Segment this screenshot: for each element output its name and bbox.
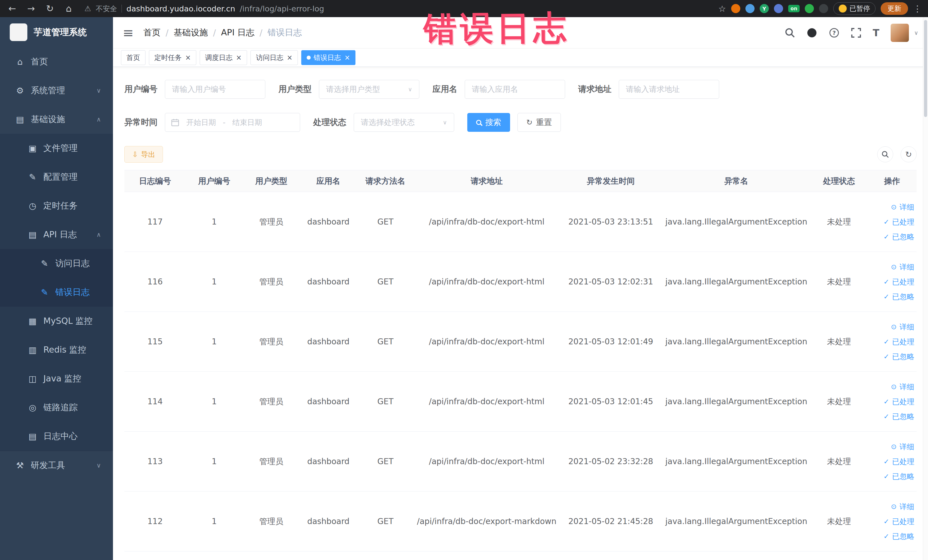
select-placeholder: 请选择处理状态	[361, 117, 415, 128]
home-icon[interactable]: ⌂	[63, 3, 75, 14]
close-icon[interactable]: ×	[236, 53, 242, 62]
sidebar-item-redis-monitor[interactable]: ▥Redis 监控	[0, 336, 113, 364]
github-icon[interactable]	[806, 27, 817, 38]
tags-view-item[interactable]: 访问日志×	[250, 50, 298, 65]
action-ignored-link[interactable]: ✓已忽略	[870, 289, 914, 304]
cell-user_id: 1	[186, 252, 243, 312]
cell-actions: ⊙详细✓已处理✓已忽略	[867, 372, 917, 432]
main: ≡ 首页/基础设施/API 日志/错误日志 ? T ∨ 首页	[113, 17, 928, 560]
action-detail-link[interactable]: ⊙详细	[870, 439, 914, 454]
extension-grid-icon[interactable]	[774, 4, 783, 13]
sidebar-item-home[interactable]: ⌂首页	[0, 47, 113, 76]
column-header: 操作	[867, 170, 917, 192]
action-processed-link[interactable]: ✓已处理	[870, 454, 914, 469]
action-ignored-link[interactable]: ✓已忽略	[870, 349, 914, 364]
action-processed-link[interactable]: ✓已处理	[870, 275, 914, 289]
fullscreen-icon[interactable]	[851, 27, 861, 38]
sidebar-item-label: 定时任务	[43, 200, 78, 212]
logo[interactable]: 芋道管理系统	[0, 17, 113, 47]
extensions-puzzle-icon[interactable]	[819, 4, 828, 13]
forward-icon[interactable]: →	[25, 3, 37, 14]
action-processed-link[interactable]: ✓已处理	[870, 514, 914, 529]
bookmark-star-icon[interactable]: ☆	[718, 4, 726, 14]
sidebar-item-label: Java 监控	[43, 373, 81, 385]
action-detail-link[interactable]: ⊙详细	[870, 499, 914, 514]
action-ignored-link[interactable]: ✓已忽略	[870, 229, 914, 244]
sidebar-item-api-logs[interactable]: ▤API 日志∧	[0, 220, 113, 249]
action-ignored-link[interactable]: ✓已忽略	[870, 469, 914, 484]
scrollbar[interactable]	[923, 17, 928, 560]
action-processed-link[interactable]: ✓已处理	[870, 215, 914, 229]
extension-leaf-icon[interactable]	[805, 4, 814, 13]
breadcrumb-item[interactable]: API 日志	[221, 27, 255, 38]
tags-view-item[interactable]: 错误日志×	[301, 50, 356, 65]
extension-y-icon[interactable]: Y	[760, 4, 769, 13]
reset-button[interactable]: ↻ 重置	[517, 113, 561, 132]
app-name-input[interactable]	[465, 80, 565, 99]
toggle-search-button[interactable]	[877, 146, 893, 162]
sidebar-item-infrastructure[interactable]: ▤基础设施∧	[0, 105, 113, 134]
address-bar[interactable]: ⚠ 不安全 dashboard.yudao.iocoder.cn/infra/l…	[84, 4, 711, 14]
sidebar-item-system-management[interactable]: ⚙系统管理∨	[0, 76, 113, 105]
update-button[interactable]: 更新	[881, 2, 908, 15]
sidebar-item-label: 错误日志	[55, 287, 90, 298]
avatar[interactable]	[891, 24, 909, 42]
close-icon[interactable]: ×	[287, 53, 292, 62]
sidebar-item-access-log[interactable]: ✎访问日志	[0, 249, 113, 278]
cell-user_id: 1	[186, 432, 243, 491]
action-ignored-link[interactable]: ✓已忽略	[870, 409, 914, 424]
reload-icon[interactable]: ↻	[44, 3, 56, 14]
user-type-select[interactable]: 请选择用户类型 ∨	[319, 80, 419, 99]
close-icon[interactable]: ×	[185, 53, 191, 62]
hamburger-icon[interactable]: ≡	[123, 25, 134, 41]
back-icon[interactable]: ←	[6, 3, 18, 14]
action-processed-link[interactable]: ✓已处理	[870, 394, 914, 409]
action-ignored-link[interactable]: ✓已忽略	[870, 529, 914, 544]
extension-drop-icon[interactable]	[745, 4, 754, 13]
paused-badge[interactable]: 已暂停	[833, 2, 876, 15]
table-row: 1151管理员dashboardGET/api/infra/db-doc/exp…	[124, 312, 917, 372]
extension-orange-icon[interactable]	[731, 4, 740, 13]
exception-time-range[interactable]: 开始日期 - 结束日期	[165, 113, 300, 132]
sidebar-item-config-management[interactable]: ✎配置管理	[0, 163, 113, 191]
breadcrumb-item[interactable]: 错误日志	[267, 27, 302, 38]
cell-app: dashboard	[300, 491, 357, 551]
breadcrumb-item[interactable]: 基础设施	[174, 27, 208, 38]
breadcrumb-item[interactable]: 首页	[143, 27, 160, 38]
font-size-icon[interactable]: T	[873, 27, 879, 38]
sidebar-item-link-tracing[interactable]: ◎链路追踪	[0, 393, 113, 422]
request-url-input[interactable]	[619, 80, 719, 99]
sidebar-item-error-log[interactable]: ✎错误日志	[0, 278, 113, 307]
search-button[interactable]: 搜索	[467, 113, 510, 132]
extension-on-badge[interactable]: on	[788, 5, 800, 12]
cell-url: /api/infra/db-doc/export-html	[414, 192, 559, 252]
refresh-table-button[interactable]: ↻	[901, 146, 917, 162]
tags-view-item[interactable]: 定时任务×	[149, 50, 196, 65]
search-icon[interactable]	[785, 27, 795, 38]
sidebar-item-log-center[interactable]: ▤日志中心	[0, 422, 113, 451]
close-icon[interactable]: ×	[344, 53, 350, 62]
scrollbar-thumb[interactable]	[924, 20, 927, 117]
tags-view-item[interactable]: 调度日志×	[200, 50, 247, 65]
sidebar-item-mysql-monitor[interactable]: ▦MySQL 监控	[0, 307, 113, 336]
user-id-input[interactable]	[165, 80, 265, 99]
action-detail-link[interactable]: ⊙详细	[870, 379, 914, 394]
sidebar-item-scheduled-tasks[interactable]: ◷定时任务	[0, 191, 113, 220]
select-placeholder: 请选择用户类型	[326, 84, 380, 95]
action-detail-link[interactable]: ⊙详细	[870, 259, 914, 275]
action-detail-link[interactable]: ⊙详细	[870, 319, 914, 334]
tags-view: 首页定时任务×调度日志×访问日志×错误日志×	[113, 49, 928, 67]
help-icon[interactable]: ?	[829, 27, 839, 38]
browser-menu-icon[interactable]: ⋮	[913, 4, 922, 14]
tags-view-item[interactable]: 首页	[121, 50, 145, 65]
sidebar-item-file-management[interactable]: ▣文件管理	[0, 134, 113, 163]
cell-exception: java.lang.IllegalArgumentException	[662, 192, 810, 252]
action-detail-link[interactable]: ⊙详细	[870, 200, 914, 215]
action-processed-link[interactable]: ✓已处理	[870, 334, 914, 349]
process-status-select[interactable]: 请选择处理状态 ∨	[354, 113, 454, 132]
chevron-down-icon[interactable]: ∨	[914, 29, 918, 36]
sidebar-item-dev-tools[interactable]: ⚒研发工具∨	[0, 451, 113, 479]
eye-icon: ⊙	[891, 439, 897, 454]
sidebar-item-java-monitor[interactable]: ◫Java 监控	[0, 364, 113, 393]
export-button[interactable]: ⇩ 导出	[124, 146, 163, 163]
